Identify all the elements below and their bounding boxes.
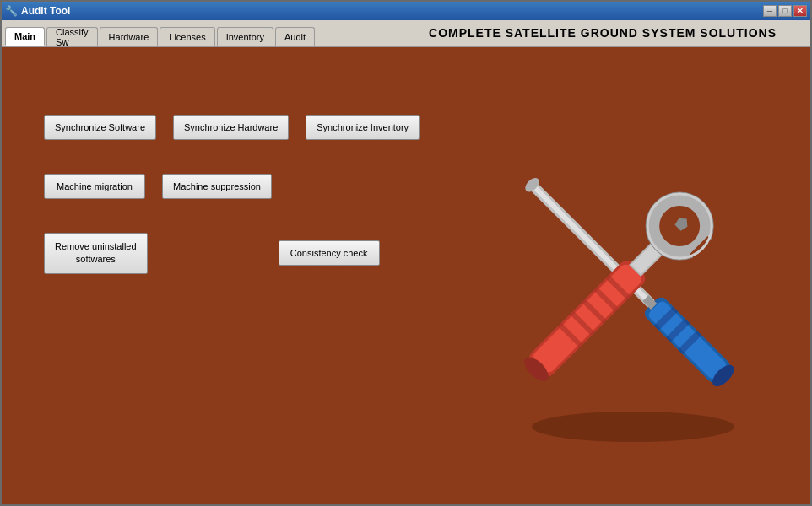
tools-illustration [473, 98, 793, 452]
title-bar: 🔧 Audit Tool ─ □ ✕ [2, 2, 810, 20]
sync-software-button[interactable]: Synchronize Software [44, 115, 156, 140]
sync-inventory-button[interactable]: Synchronize Inventory [306, 115, 420, 140]
title-buttons: ─ □ ✕ [763, 5, 807, 17]
app-window: 🔧 Audit Tool ─ □ ✕ Main Classify Sw Hard… [0, 0, 812, 506]
maximize-button[interactable]: □ [778, 5, 792, 17]
tab-licenses[interactable]: Licenses [160, 27, 214, 46]
close-button[interactable]: ✕ [793, 5, 807, 17]
minimize-button[interactable]: ─ [763, 5, 777, 17]
brand-text: COMPLETE SATELLITE GROUND SYSTEM SOLUTIO… [429, 26, 777, 40]
title-bar-left: 🔧 Audit Tool [5, 5, 70, 17]
machine-migration-button[interactable]: Machine migration [44, 174, 145, 199]
button-row-2: Machine migration Machine suppression [44, 174, 420, 199]
title-icon: 🔧 [5, 5, 18, 17]
tab-hardware[interactable]: Hardware [100, 27, 159, 46]
svg-rect-4 [647, 299, 728, 380]
tab-main[interactable]: Main [5, 27, 45, 46]
button-row-1: Synchronize Software Synchronize Hardwar… [44, 115, 420, 140]
brand-area: COMPLETE SATELLITE GROUND SYSTEM SOLUTIO… [320, 20, 810, 46]
buttons-area: Synchronize Software Synchronize Hardwar… [44, 115, 420, 274]
tab-audit[interactable]: Audit [275, 27, 315, 46]
machine-suppression-button[interactable]: Machine suppression [162, 174, 272, 199]
remove-uninstalled-button[interactable]: Remove uninstalled softwares [44, 233, 148, 274]
window-title: Audit Tool [21, 5, 70, 17]
svg-rect-11 [530, 261, 643, 374]
tab-bar: Main Classify Sw Hardware Licenses Inven… [2, 20, 320, 46]
main-content: Synchronize Software Synchronize Hardwar… [2, 47, 810, 504]
button-row-3: Remove uninstalled softwares Consistency… [44, 233, 420, 274]
tab-classify-sw[interactable]: Classify Sw [46, 27, 98, 46]
svg-point-25 [532, 412, 734, 442]
consistency-check-button[interactable]: Consistency check [279, 240, 380, 266]
tab-inventory[interactable]: Inventory [217, 27, 273, 46]
sync-hardware-button[interactable]: Synchronize Hardware [173, 115, 289, 140]
